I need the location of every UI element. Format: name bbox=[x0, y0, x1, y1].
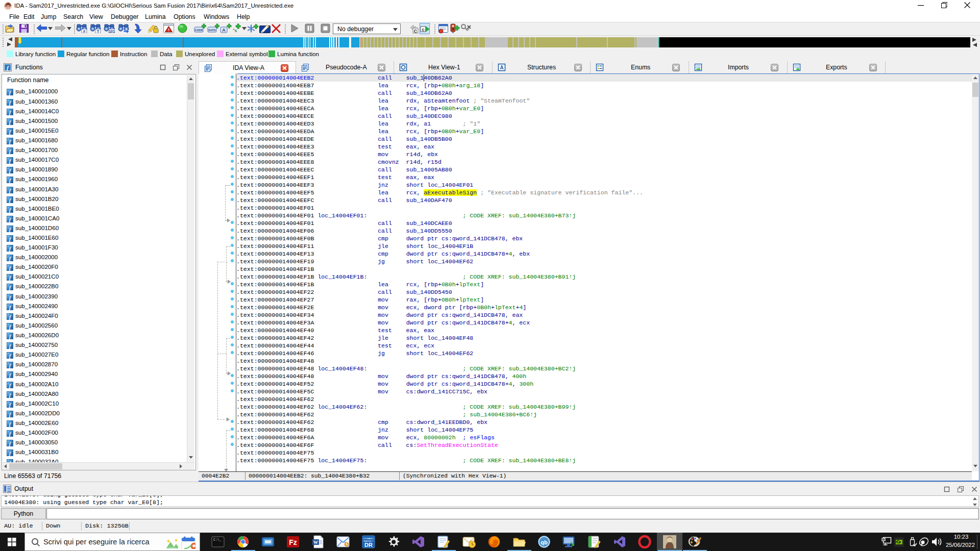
svg-text:W: W bbox=[313, 540, 318, 545]
svg-text:‘s: ‘s bbox=[233, 27, 237, 33]
svg-text:c: c bbox=[422, 27, 424, 32]
svg-text:#: # bbox=[83, 29, 86, 33]
svg-text:A: A bbox=[222, 28, 226, 33]
svg-text:CODE: CODE bbox=[195, 29, 203, 32]
svg-text:C:\_: C:\_ bbox=[213, 538, 222, 542]
svg-text:T: T bbox=[97, 29, 100, 33]
svg-text:!: ! bbox=[168, 28, 169, 32]
svg-text:C: C bbox=[414, 29, 418, 34]
svg-text:qb: qb bbox=[541, 539, 548, 545]
svg-text:Fz: Fz bbox=[289, 538, 297, 546]
svg-text:DR: DR bbox=[364, 542, 373, 548]
svg-text:6: 6 bbox=[667, 543, 669, 548]
svg-text:DATA: DATA bbox=[208, 29, 215, 32]
svg-text:A: A bbox=[500, 65, 503, 70]
svg-text:101: 101 bbox=[109, 30, 115, 33]
